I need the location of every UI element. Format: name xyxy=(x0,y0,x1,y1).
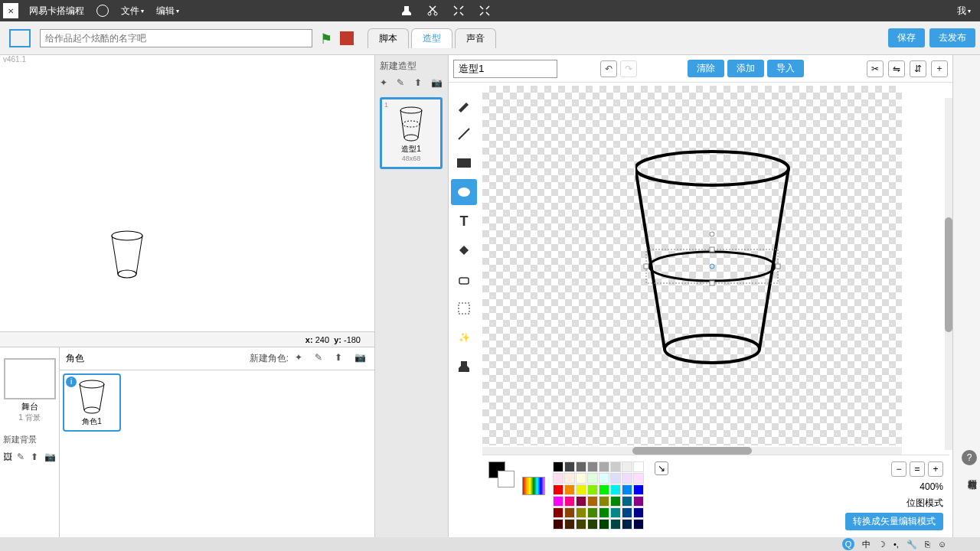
color-swatch[interactable] xyxy=(564,473,575,484)
costume-upload-icon[interactable]: ⬆ xyxy=(414,77,426,91)
color-swatch[interactable] xyxy=(576,461,586,472)
color-swatch[interactable] xyxy=(564,519,575,530)
green-flag-icon[interactable]: ⚑ xyxy=(320,31,335,46)
flip-v-icon[interactable]: ⇵ xyxy=(910,60,926,77)
spectrum-icon[interactable] xyxy=(522,477,545,495)
smile-icon[interactable]: ☺ xyxy=(938,540,946,549)
color-swatch[interactable] xyxy=(576,519,586,530)
canvas-hscroll[interactable] xyxy=(482,447,902,455)
eyedropper-icon[interactable]: ↘ xyxy=(655,461,668,475)
bg-camera-icon[interactable]: 📷 xyxy=(44,452,56,465)
color-swatch[interactable] xyxy=(564,484,575,495)
sprite-camera-icon[interactable]: 📷 xyxy=(354,352,368,366)
color-swatch[interactable] xyxy=(610,507,621,518)
color-swatch[interactable] xyxy=(599,461,609,472)
color-swatch[interactable] xyxy=(610,484,621,495)
logo-icon[interactable]: ✕ xyxy=(3,3,18,18)
color-swatch[interactable] xyxy=(553,507,564,518)
ellipse-tool[interactable] xyxy=(451,179,477,205)
stop-icon[interactable] xyxy=(340,31,354,45)
eraser-tool[interactable] xyxy=(451,266,477,292)
save-button[interactable]: 保存 xyxy=(888,28,925,47)
line-tool[interactable] xyxy=(451,121,477,147)
sprite-library-icon[interactable]: ✦ xyxy=(295,352,309,366)
file-menu[interactable]: 文件▾ xyxy=(115,5,150,18)
zoom-out-button[interactable]: − xyxy=(891,461,906,477)
add-button[interactable]: 添加 xyxy=(727,60,764,77)
color-swatch[interactable] xyxy=(599,484,609,495)
text-tool[interactable]: T xyxy=(451,208,477,234)
color-swatch[interactable] xyxy=(553,484,564,495)
costume-thumb-1[interactable]: 1 造型1 48x68 xyxy=(380,97,443,169)
costume-camera-icon[interactable]: 📷 xyxy=(431,77,443,91)
zoom-reset-button[interactable]: = xyxy=(910,461,925,477)
tab-costumes[interactable]: 造型 xyxy=(411,28,452,48)
color-swatch[interactable] xyxy=(633,473,644,484)
shield-icon[interactable]: ⎘ xyxy=(925,540,930,549)
color-swatch[interactable] xyxy=(599,519,609,530)
color-swatch[interactable] xyxy=(564,496,575,507)
color-swatch[interactable] xyxy=(610,519,621,530)
flip-h-icon[interactable]: ⇋ xyxy=(888,60,905,77)
language-icon[interactable] xyxy=(96,5,109,17)
edit-menu[interactable]: 编辑▾ xyxy=(150,5,185,18)
select-tool[interactable] xyxy=(451,295,477,321)
cut-icon[interactable] xyxy=(426,4,439,18)
color-swatch[interactable] xyxy=(633,519,644,530)
center-icon[interactable]: ＋ xyxy=(931,60,948,77)
stamp-tool[interactable] xyxy=(451,354,477,380)
q-icon[interactable]: Q xyxy=(842,538,854,550)
color-swatch[interactable] xyxy=(599,496,609,507)
stage-thumb[interactable] xyxy=(4,358,56,399)
me-menu[interactable]: 我▾ xyxy=(951,5,977,18)
publish-button[interactable]: 去发布 xyxy=(929,28,975,47)
color-swatch[interactable] xyxy=(564,507,575,518)
stage-view-icon[interactable] xyxy=(9,29,31,47)
color-palette[interactable] xyxy=(553,461,644,530)
project-title-input[interactable] xyxy=(40,29,312,47)
color-swatch[interactable] xyxy=(587,484,598,495)
moon-icon[interactable]: ☽ xyxy=(878,540,886,549)
tab-scripts[interactable]: 脚本 xyxy=(368,28,409,48)
vector-mode-button[interactable]: 转换成矢量编辑模式 xyxy=(845,513,943,530)
bg-library-icon[interactable]: 🖼 xyxy=(3,452,12,465)
bg-upload-icon[interactable]: ⬆ xyxy=(31,452,40,465)
color-swatch[interactable] xyxy=(622,519,632,530)
brush-tool[interactable] xyxy=(451,92,477,118)
info-icon[interactable]: i xyxy=(66,377,77,387)
wand-tool[interactable]: ✨ xyxy=(451,324,477,350)
clear-button[interactable]: 清除 xyxy=(688,60,724,77)
color-swatch[interactable] xyxy=(576,507,586,518)
color-swatch[interactable] xyxy=(633,496,644,507)
color-swatch[interactable] xyxy=(553,496,564,507)
color-swatch[interactable] xyxy=(622,461,632,472)
costume-library-icon[interactable]: ✦ xyxy=(380,77,392,91)
color-swatch[interactable] xyxy=(553,461,564,472)
color-swatch[interactable] xyxy=(587,461,598,472)
color-swatch[interactable] xyxy=(564,461,575,472)
current-color-swatch[interactable] xyxy=(488,461,514,487)
color-swatch[interactable] xyxy=(576,484,586,495)
color-swatch[interactable] xyxy=(610,461,621,472)
rect-tool[interactable] xyxy=(451,150,477,176)
color-swatch[interactable] xyxy=(553,519,564,530)
color-swatch[interactable] xyxy=(622,473,632,484)
color-swatch[interactable] xyxy=(587,519,598,530)
color-swatch[interactable] xyxy=(599,507,609,518)
costume-name-input[interactable] xyxy=(453,60,557,78)
expand-icon[interactable] xyxy=(452,4,466,18)
color-swatch[interactable] xyxy=(610,473,621,484)
sprite-paint-icon[interactable]: ✎ xyxy=(315,352,328,366)
stage-preview[interactable]: v461.1 xyxy=(0,55,374,332)
import-button[interactable]: 导入 xyxy=(767,60,804,77)
zoom-in-button[interactable]: + xyxy=(928,461,943,477)
fill-tool[interactable] xyxy=(451,237,477,263)
color-swatch[interactable] xyxy=(587,507,598,518)
ime-mode[interactable]: 中 xyxy=(862,539,871,550)
costume-paint-icon[interactable]: ✎ xyxy=(397,77,409,91)
color-swatch[interactable] xyxy=(610,496,621,507)
punct-icon[interactable]: •, xyxy=(893,540,899,549)
color-swatch[interactable] xyxy=(587,496,598,507)
color-swatch[interactable] xyxy=(633,484,644,495)
canvas-vscroll[interactable] xyxy=(945,98,952,450)
